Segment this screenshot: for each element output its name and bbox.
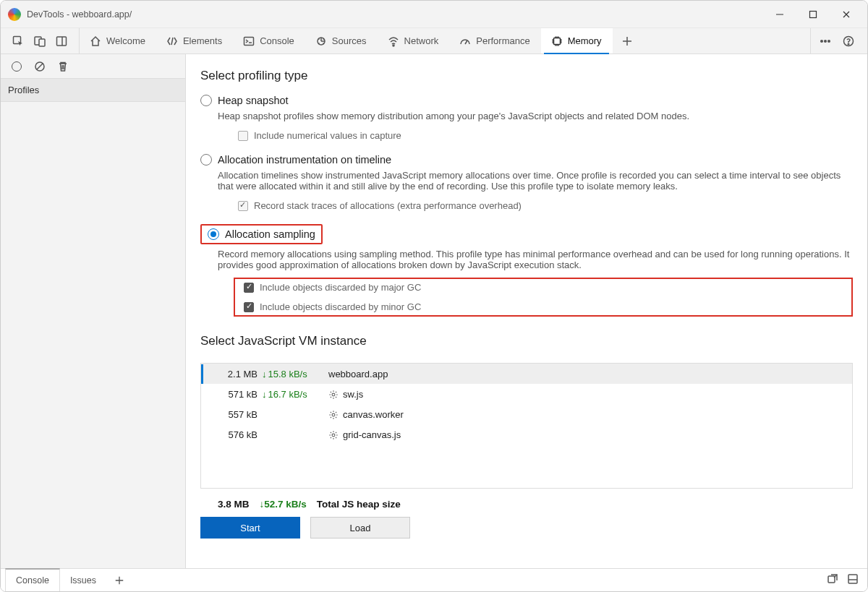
vm-row[interactable]: 2.1 MB ↓15.8 kB/s webboard.app bbox=[201, 364, 852, 384]
maximize-button[interactable] bbox=[796, 3, 830, 26]
vm-size: 557 kB bbox=[201, 409, 262, 420]
radio-allocation-timeline[interactable] bbox=[200, 154, 212, 166]
home-icon bbox=[90, 35, 101, 47]
svg-point-17 bbox=[332, 434, 335, 437]
tab-label: Elements bbox=[183, 35, 222, 46]
allocation-sampling-desc: Record memory allocations using sampling… bbox=[218, 249, 853, 270]
profiles-sidebar: Profiles bbox=[1, 54, 186, 568]
drawer-expand-icon[interactable] bbox=[822, 569, 843, 589]
help-icon[interactable] bbox=[838, 31, 859, 51]
drawer-collapse-icon[interactable] bbox=[843, 569, 863, 589]
plus-icon bbox=[114, 575, 124, 585]
vm-size: 2.1 MB bbox=[201, 369, 262, 379]
tab-label: Sources bbox=[332, 35, 367, 46]
checkbox-label[interactable]: Include numerical values in capture bbox=[254, 130, 401, 141]
total-rate: ↓52.7 kB/s bbox=[260, 499, 307, 510]
delete-button[interactable] bbox=[53, 56, 73, 77]
tab-console[interactable]: Console bbox=[233, 28, 305, 53]
tab-label: Network bbox=[404, 35, 439, 46]
vm-name: canvas.worker bbox=[328, 409, 846, 420]
plus-icon bbox=[621, 35, 633, 47]
allocation-timeline-desc: Allocation timelines show instrumented J… bbox=[218, 170, 853, 192]
heap-snapshot-desc: Heap snapshot profiles show memory distr… bbox=[218, 111, 853, 121]
gear-icon bbox=[328, 430, 339, 440]
vm-size: 571 kB bbox=[201, 389, 262, 400]
tab-memory[interactable]: Memory bbox=[541, 28, 613, 53]
svg-point-10 bbox=[825, 40, 827, 42]
vm-instance-heading: Select JavaScript VM instance bbox=[200, 334, 853, 348]
svg-point-9 bbox=[821, 40, 823, 42]
minimize-button[interactable] bbox=[763, 3, 796, 26]
svg-point-13 bbox=[848, 43, 849, 45]
performance-icon bbox=[459, 35, 471, 47]
drawer-tab-console[interactable]: Console bbox=[5, 568, 60, 591]
close-button[interactable] bbox=[830, 3, 863, 26]
device-toggle-icon[interactable] bbox=[30, 31, 50, 51]
vm-row[interactable]: 576 kB grid-canvas.js bbox=[201, 424, 852, 445]
radio-heap-snapshot[interactable] bbox=[200, 95, 212, 106]
vm-row[interactable]: 557 kB canvas.worker bbox=[201, 404, 852, 424]
checkbox-major-gc[interactable] bbox=[244, 283, 254, 293]
profiling-type-heading: Select profiling type bbox=[200, 69, 853, 83]
console-icon bbox=[243, 35, 255, 47]
vm-row[interactable]: 571 kB ↓16.7 kB/s sw.js bbox=[201, 384, 852, 404]
checkbox-label[interactable]: Include objects discarded by minor GC bbox=[260, 301, 421, 312]
vm-rate: ↓15.8 kB/s bbox=[262, 369, 328, 379]
profiles-heading: Profiles bbox=[1, 79, 185, 102]
svg-rect-19 bbox=[848, 575, 857, 583]
network-icon bbox=[388, 35, 399, 47]
total-size: 3.8 MB bbox=[218, 499, 250, 510]
window-titlebar: DevTools - webboard.app/ bbox=[1, 1, 867, 28]
vm-instance-table: 2.1 MB ↓15.8 kB/s webboard.app 571 kB ↓1… bbox=[200, 363, 853, 489]
gear-icon bbox=[328, 390, 339, 400]
tab-network[interactable]: Network bbox=[378, 28, 450, 53]
vm-name: grid-canvas.js bbox=[328, 429, 846, 440]
tab-add[interactable] bbox=[613, 28, 642, 53]
gear-icon bbox=[328, 410, 339, 420]
elements-icon bbox=[166, 35, 178, 47]
heap-totals: 3.8 MB ↓52.7 kB/s Total JS heap size bbox=[218, 499, 853, 510]
vm-rate: ↓16.7 kB/s bbox=[262, 389, 328, 400]
drawer-tabstrip: Console Issues bbox=[1, 568, 867, 591]
checkbox-label[interactable]: Record stack traces of allocations (extr… bbox=[254, 200, 522, 211]
checkbox-record-stack[interactable] bbox=[238, 201, 248, 211]
radio-allocation-sampling[interactable] bbox=[208, 228, 219, 240]
start-button[interactable]: Start bbox=[200, 517, 300, 539]
clear-button[interactable] bbox=[30, 56, 50, 77]
tab-performance[interactable]: Performance bbox=[449, 28, 540, 53]
heap-snapshot-label[interactable]: Heap snapshot bbox=[218, 95, 289, 106]
total-label: Total JS heap size bbox=[317, 499, 401, 510]
window-title: DevTools - webboard.app/ bbox=[27, 9, 132, 20]
svg-rect-4 bbox=[57, 37, 67, 46]
svg-point-16 bbox=[332, 413, 335, 416]
svg-rect-3 bbox=[39, 39, 45, 46]
tab-label: Memory bbox=[568, 35, 602, 46]
memory-panel: Select profiling type Heap snapshot Heap… bbox=[186, 54, 867, 568]
record-button[interactable] bbox=[7, 56, 27, 77]
allocation-sampling-label[interactable]: Allocation sampling bbox=[225, 228, 315, 240]
svg-point-11 bbox=[828, 40, 830, 42]
checkbox-minor-gc[interactable] bbox=[244, 302, 254, 312]
tab-label: Performance bbox=[476, 35, 529, 46]
checkbox-include-numerical[interactable] bbox=[238, 131, 248, 141]
inspect-element-icon[interactable] bbox=[8, 31, 28, 51]
dock-side-icon[interactable] bbox=[51, 31, 72, 51]
drawer-tab-issues[interactable]: Issues bbox=[60, 569, 107, 591]
vm-name: webboard.app bbox=[328, 369, 846, 379]
tab-sources[interactable]: Sources bbox=[305, 28, 378, 53]
more-icon[interactable] bbox=[815, 31, 835, 51]
svg-point-15 bbox=[332, 393, 335, 396]
allocation-timeline-label[interactable]: Allocation instrumentation on timeline bbox=[218, 154, 391, 166]
tab-elements[interactable]: Elements bbox=[156, 28, 233, 53]
svg-point-7 bbox=[393, 45, 394, 46]
drawer-tab-add[interactable] bbox=[107, 569, 132, 591]
load-button[interactable]: Load bbox=[310, 517, 410, 539]
tab-welcome[interactable]: Welcome bbox=[80, 28, 156, 53]
svg-rect-8 bbox=[553, 38, 560, 44]
tab-label: Welcome bbox=[106, 35, 145, 46]
vm-name: sw.js bbox=[328, 389, 846, 400]
checkbox-label[interactable]: Include objects discarded by major GC bbox=[260, 282, 421, 293]
tab-label: Console bbox=[260, 35, 294, 46]
app-icon bbox=[8, 8, 21, 21]
main-tabstrip: Welcome Elements Console Sources Network… bbox=[1, 28, 867, 54]
